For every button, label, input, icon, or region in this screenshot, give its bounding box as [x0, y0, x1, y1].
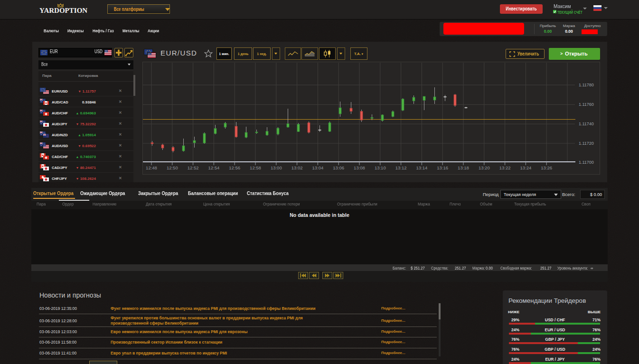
svg-text:13:00: 13:00	[271, 165, 282, 170]
svg-text:12:58: 12:58	[250, 165, 261, 170]
svg-text:13:24: 13:24	[520, 165, 532, 170]
svg-text:13:10: 13:10	[375, 165, 386, 170]
svg-text:13:04: 13:04	[312, 165, 324, 170]
svg-text:12:52: 12:52	[188, 165, 199, 170]
svg-text:1.11780: 1.11780	[579, 83, 594, 87]
svg-text:13:02: 13:02	[291, 165, 303, 170]
svg-text:13:22: 13:22	[499, 165, 511, 170]
svg-text:13:06: 13:06	[333, 165, 344, 170]
svg-text:13:12: 13:12	[395, 165, 407, 170]
svg-text:13:18: 13:18	[458, 165, 469, 170]
svg-text:1.11720: 1.11720	[579, 141, 594, 146]
svg-text:13:26: 13:26	[541, 165, 552, 170]
svg-text:12:48: 12:48	[146, 165, 157, 170]
svg-text:12:56: 12:56	[229, 165, 240, 170]
svg-text:1.11700: 1.11700	[579, 160, 594, 165]
svg-text:13:20: 13:20	[479, 165, 490, 170]
svg-text:12:54: 12:54	[208, 165, 220, 170]
svg-text:13:14: 13:14	[416, 165, 428, 170]
svg-text:12:50: 12:50	[167, 165, 178, 170]
svg-text:1.11740: 1.11740	[579, 121, 594, 126]
svg-text:13:08: 13:08	[354, 165, 365, 170]
svg-text:1.11760: 1.11760	[579, 102, 594, 107]
svg-text:13:16: 13:16	[437, 165, 448, 170]
